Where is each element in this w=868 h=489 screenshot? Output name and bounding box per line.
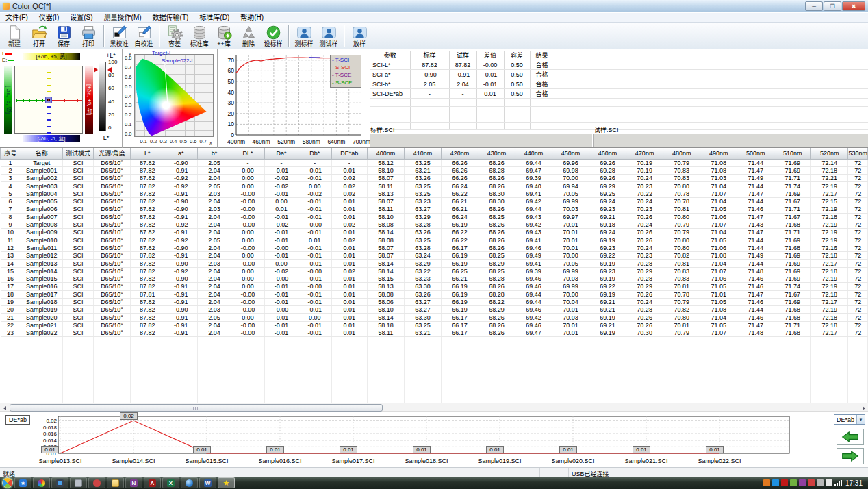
table-row[interactable]: 10Sample009SCID65/10°87.82-0.912.040.00-… — [1, 229, 868, 236]
network-icon[interactable] — [834, 480, 843, 486]
table-row[interactable]: 13Sample012SCID65/10°87.82-0.912.040.00-… — [1, 252, 868, 260]
tray-icon-7[interactable] — [826, 479, 832, 486]
toolbar-button-白校准[interactable]: 白校准 — [131, 23, 156, 49]
table-cell: 72.18 — [811, 267, 848, 275]
scroll-right-arrow[interactable] — [859, 404, 868, 412]
param-cell — [554, 60, 868, 70]
table-row[interactable]: 19Sample018SCID65/10°87.82-0.912.04-0.00… — [1, 298, 868, 305]
trend-point-label: 0.01 — [706, 446, 724, 453]
table-row[interactable]: 7Sample006SCID65/10°87.82-0.902.03-0.000… — [1, 205, 868, 213]
table-cell: Sample002 — [21, 175, 62, 182]
taskbar-app-onenote[interactable]: N — [125, 477, 142, 488]
toolbar-button-黑校准[interactable]: 黑校准 — [107, 23, 131, 49]
chevron-down-icon[interactable]: ▼ — [856, 415, 865, 424]
delta-ab-plot[interactable] — [14, 66, 83, 134]
table-cell: 87.82 — [131, 329, 164, 337]
table-row[interactable]: 14Sample013SCID65/10°87.82-0.902.03-0.00… — [1, 260, 868, 267]
table-row[interactable]: 15Sample014SCID65/10°87.82-0.922.040.00-… — [1, 267, 868, 275]
table-cell: Sample014 — [21, 267, 62, 275]
taskbar-app-color-wheel[interactable] — [33, 477, 50, 488]
table-row[interactable]: 17Sample016SCID65/10°87.82-0.912.040.00-… — [1, 283, 868, 290]
scroll-thumb[interactable] — [10, 404, 383, 412]
taskbar-app-word[interactable]: W — [199, 477, 216, 488]
menu-item-1[interactable]: 仪器(I) — [34, 13, 64, 23]
taskbar-app-folder[interactable] — [107, 477, 124, 488]
table-row[interactable]: 8Sample007SCID65/10°87.82-0.912.04-0.00-… — [1, 213, 868, 221]
table-row[interactable]: 11Sample010SCID65/10°87.82-0.922.050.00-… — [1, 236, 868, 244]
param-row[interactable]: SCI-a*-0.90-0.91-0.010.50合格 — [370, 70, 868, 79]
tray-icon-4[interactable] — [799, 479, 806, 486]
toolbar-button-设标样[interactable]: 设标样 — [261, 23, 285, 49]
toolbar-button-测标样[interactable]: 测标样 — [292, 23, 316, 49]
tray-icon-1[interactable] — [772, 479, 779, 486]
table-row[interactable]: 22Sample021SCID65/10°87.82-0.912.04-0.00… — [1, 321, 868, 329]
param-cell — [554, 79, 868, 89]
table-row[interactable]: 16Sample015SCID65/10°87.82-0.902.040.00-… — [1, 275, 868, 282]
table-cell: 69.39 — [515, 267, 552, 275]
taskbar-app-sphere[interactable] — [181, 477, 198, 488]
toolbar-button-标准库[interactable]: 标准库 — [187, 23, 212, 49]
taskbar-app-shield-star[interactable]: ★ — [14, 477, 31, 488]
horizontal-scrollbar[interactable] — [0, 403, 868, 412]
toolbar-button-打印[interactable]: 打印 — [76, 23, 101, 49]
close-button[interactable]: ✖ — [842, 1, 865, 11]
table-cell: 69.18 — [589, 221, 626, 228]
toolbar-button-删除[interactable]: 删除 — [236, 23, 261, 49]
toolbar-button-label: 打印 — [82, 40, 94, 47]
menu-item-2[interactable]: 设置(S) — [64, 13, 98, 23]
trend-metric-dropdown[interactable]: DE*ab ▼ — [834, 414, 865, 425]
table-row[interactable]: 12Sample011SCID65/10°87.82-0.902.04-0.00… — [1, 244, 868, 251]
restore-button[interactable]: ❐ — [824, 1, 841, 11]
taskbar-app-star-active[interactable]: ★ — [218, 477, 235, 488]
table-cell: 0.01 — [331, 298, 367, 305]
toolbar-button-新建[interactable]: 新建 — [2, 23, 27, 49]
table-row[interactable]: 21Sample020SCID65/10°87.82-0.912.050.00-… — [1, 314, 868, 321]
menu-item-6[interactable]: 帮助(H) — [235, 13, 269, 23]
menu-item-5[interactable]: 标准库(D) — [194, 13, 235, 23]
previous-sample-button[interactable] — [837, 429, 864, 445]
toolbar-button-++库[interactable]: ++库 — [212, 23, 236, 49]
table-row[interactable]: 1TargetSCID65/10°87.82-0.902.05----58.12… — [1, 159, 868, 166]
table-row[interactable]: 20Sample019SCID65/10°87.82-0.902.03-0.00… — [1, 306, 868, 314]
table-row[interactable]: 2Sample001SCID65/10°87.82-0.912.040.00-0… — [1, 166, 868, 174]
tray-icon-2[interactable] — [781, 479, 788, 486]
toolbar-button-保存[interactable]: 保存 — [51, 23, 76, 49]
toolbar-button-打开[interactable]: 打开 — [27, 23, 51, 49]
param-row[interactable]: SCI-L*87.8287.82-0.000.50合格 — [370, 60, 868, 70]
table-row[interactable]: 5Sample004SCID65/10°87.82-0.912.03-0.00-… — [1, 190, 868, 197]
toolbar-button-容差[interactable]: 容差 — [162, 23, 187, 49]
table-cell: 66.17 — [441, 314, 478, 321]
param-row[interactable]: SCI-DE*ab--0.010.50合格 — [370, 89, 868, 99]
taskbar-clock[interactable]: 17:31 — [845, 479, 863, 487]
menu-item-4[interactable]: 数据传输(T) — [147, 13, 194, 23]
table-row[interactable]: 3Sample002SCID65/10°87.82-0.922.040.00-0… — [1, 175, 868, 182]
tray-icon-6[interactable] — [817, 479, 824, 486]
table-row[interactable]: 4Sample003SCID65/10°87.82-0.922.050.00-0… — [1, 182, 868, 190]
menu-item-3[interactable]: 测量操作(M) — [99, 13, 147, 23]
menu-item-0[interactable]: 文件(F) — [0, 13, 34, 23]
taskbar-app-red-app[interactable] — [88, 477, 105, 488]
table-row[interactable]: 9Sample008SCID65/10°87.82-0.922.04-0.00-… — [1, 221, 868, 228]
taskbar-app-excel[interactable]: X — [162, 477, 179, 488]
tray-icon-3[interactable] — [790, 479, 797, 486]
table-row[interactable]: 18Sample017SCID65/10°87.81-0.912.04-0.00… — [1, 290, 868, 298]
table-row[interactable]: 23Sample022SCID65/10°87.82-0.912.04-0.00… — [1, 329, 868, 337]
sample-marker — [47, 99, 50, 101]
start-button[interactable] — [2, 477, 13, 488]
cie-chromaticity-diagram[interactable] — [134, 54, 214, 137]
table-row[interactable]: 6Sample005SCID65/10°87.82-0.902.04-0.000… — [1, 197, 868, 205]
red-app-icon — [93, 479, 101, 487]
param-row[interactable]: SCI-b*2.052.04-0.010.50合格 — [370, 79, 868, 89]
svg-text:400nm: 400nm — [227, 138, 245, 145]
taskbar-app-display[interactable] — [51, 477, 68, 488]
taskbar-app-adobe[interactable]: A — [144, 477, 161, 488]
taskbar-app-grey-app[interactable] — [70, 477, 87, 488]
grey-app-icon — [75, 479, 82, 487]
next-sample-button[interactable] — [837, 448, 864, 464]
toolbar-button-放样[interactable]: 放样 — [347, 23, 372, 49]
minimize-button[interactable]: ─ — [805, 1, 823, 11]
tray-icon-5[interactable] — [808, 479, 815, 486]
tray-icon-0[interactable] — [763, 479, 770, 486]
scroll-left-arrow[interactable] — [0, 404, 9, 412]
toolbar-button-测试样[interactable]: 测试样 — [316, 23, 341, 49]
